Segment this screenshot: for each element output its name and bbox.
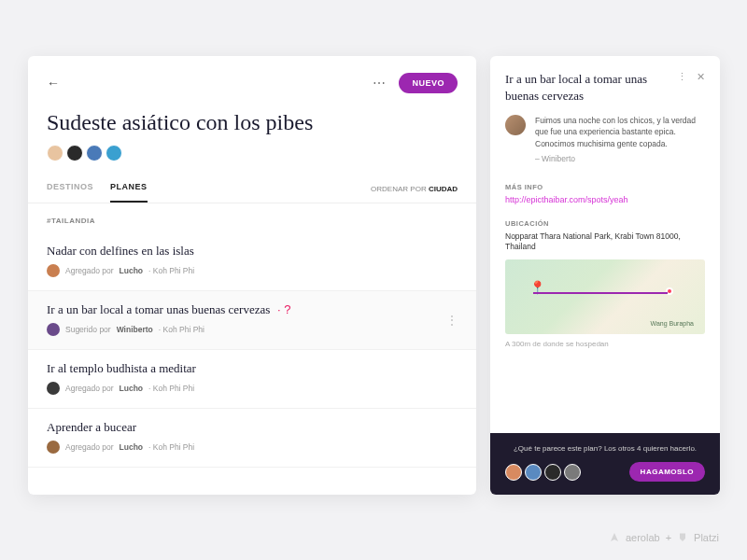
back-button[interactable]: ← [47,76,60,91]
more-icon[interactable]: ⋯ [373,76,388,91]
plan-title: Ir al templo budhista a meditar [47,361,458,376]
vote-question: ¿Qué te parece este plan? Los otros 4 qu… [505,444,705,453]
vote-avatars [505,464,581,481]
credit-brand2: Platzi [694,532,719,543]
main-header: ← ⋯ NUEVO Sudeste asiático con los pibes [28,56,476,161]
avatar [505,464,522,481]
sort-prefix: ORDENAR POR [371,185,427,193]
detail-title: Ir a un bar local a tomar unas buenas ce… [505,71,673,104]
added-prefix: Agregado por [65,266,114,275]
plan-location: · Koh Phi Phi [159,325,204,334]
map[interactable]: 📍 Wang Burapha [505,259,705,334]
platzi-icon [677,532,688,543]
plan-location: · Koh Phi Phi [148,384,194,393]
vote-footer: ¿Qué te parece este plan? Los otros 4 qu… [490,433,720,495]
avatar [564,464,581,481]
avatar [47,145,63,161]
avatar [544,464,561,481]
credit-brand1: aerolab [626,532,660,543]
tab-planes[interactable]: PLANES [110,182,148,203]
avatar [66,145,83,161]
map-pin-origin-icon: 📍 [529,280,545,295]
plan-title: Ir a un bar local a tomar unas buenas ce… [47,302,458,317]
plan-title: Aprender a bucear [47,420,458,435]
plan-item[interactable]: Ir a un bar local a tomar unas buenas ce… [28,291,476,350]
plans-list: Nadar con delfines en las islasAgregado … [28,232,476,468]
avatar [86,145,103,161]
detail-more-icon[interactable]: ⋮ [677,71,687,83]
author: Winiberto [117,325,153,334]
location-label: UBICACIÓN [490,219,720,228]
comment-block: Fuimos una noche con los chicos, y la ve… [490,115,720,177]
plan-item[interactable]: Nadar con delfines en las islasAgregado … [28,232,476,291]
top-row: ← ⋯ NUEVO [47,73,458,93]
plan-item[interactable]: Ir al templo budhista a meditarAgregado … [28,350,476,409]
plan-meta: Agregado por Lucho · Koh Phi Phi [47,441,458,454]
author: Lucho [120,442,144,452]
vote-row: HAGAMOSLO [505,462,705,482]
detail-header: Ir a un bar local a tomar unas buenas ce… [490,56,720,115]
map-pin-dest-icon [666,287,673,295]
location-tag: #TAILANDIA [28,203,476,232]
aerolab-icon [609,532,620,543]
tab-destinos[interactable]: DESTINOS [47,182,93,203]
plan-meta: Agregado por Lucho · Koh Phi Phi [47,382,458,395]
detail-actions: ⋮ ✕ [677,71,705,83]
top-actions: ⋯ NUEVO [373,73,458,93]
suggestion-badge: · ? [274,302,290,316]
do-it-button[interactable]: HAGAMOSLO [629,462,705,482]
sort-control[interactable]: ORDENAR POR CIUDAD [371,185,458,203]
avatar [505,115,526,135]
item-more-icon[interactable]: ⋮ [446,314,458,327]
page-title: Sudeste asiático con los pibes [47,110,458,135]
more-info-label: MÁS INFO [490,183,720,191]
added-prefix: Sugerido por [65,325,111,334]
added-prefix: Agregado por [65,442,114,452]
plan-location: · Koh Phi Phi [148,266,194,275]
avatar [47,441,60,454]
distance-note: A 300m de donde se hospedan [490,334,720,348]
plan-meta: Agregado por Lucho · Koh Phi Phi [47,264,458,277]
credit-plus: + [666,532,671,543]
main-panel: ← ⋯ NUEVO Sudeste asiático con los pibes… [28,56,476,495]
map-area-label: Wang Burapha [651,320,694,327]
close-icon[interactable]: ✕ [697,71,705,83]
new-button[interactable]: NUEVO [399,73,458,93]
tabs: DESTINOS PLANES [47,182,148,203]
plan-meta: Sugerido por Winiberto · Koh Phi Phi [47,323,458,336]
avatar [47,382,60,395]
avatar [47,264,60,277]
plan-location: · Koh Phi Phi [148,442,194,452]
sort-value: CIUDAD [429,185,458,193]
avatar [525,464,542,481]
comment-text: Fuimos una noche con los chicos, y la ve… [535,115,705,149]
plan-title: Nadar con delfines en las islas [47,244,458,259]
comment-body: Fuimos una noche con los chicos, y la ve… [535,115,705,164]
author: Lucho [120,384,144,393]
comment-author: – Winiberto [535,153,705,164]
avatar [47,323,60,336]
detail-panel: Ir a un bar local a tomar unas buenas ce… [490,56,720,495]
plan-item[interactable]: Aprender a bucearAgregado por Lucho · Ko… [28,409,476,468]
info-link[interactable]: http://epicthaibar.com/spots/yeah [490,195,720,204]
author: Lucho [120,266,144,275]
member-avatars [47,145,458,161]
added-prefix: Agregado por [65,384,114,393]
tabs-row: DESTINOS PLANES ORDENAR POR CIUDAD [28,182,476,203]
credits: aerolab + Platzi [609,532,719,543]
address: Nopparat Thara National Park, Krabi Town… [490,231,720,252]
avatar [106,145,122,161]
